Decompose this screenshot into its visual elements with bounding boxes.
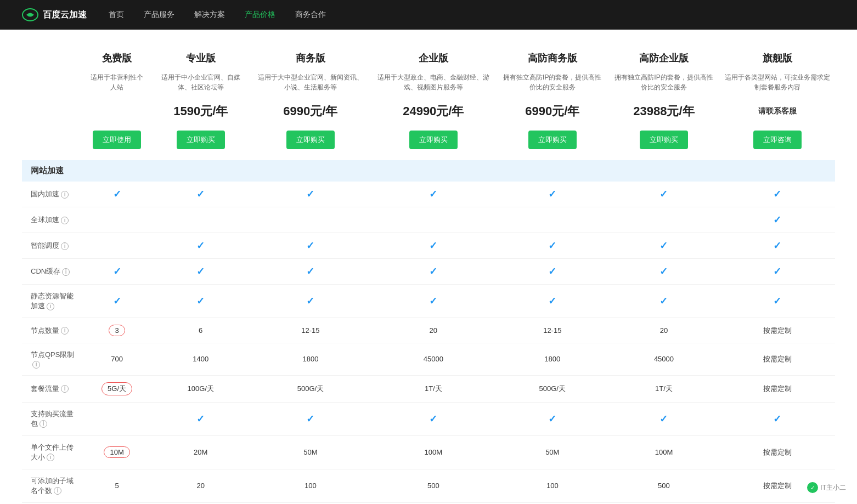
feature-value [251,207,370,233]
nav-links: 首页产品服务解决方案产品价格商务合作 [109,10,326,20]
check-mark: ✓ [659,414,668,424]
feature-value: 20M [150,435,251,469]
check-mark: ✓ [196,240,205,251]
feature-value: ✓ [720,233,835,259]
plan-cta-button[interactable]: 立即咨询 [753,131,802,149]
info-icon[interactable]: i [40,420,47,428]
plan-cta-button[interactable]: 立即购买 [177,131,225,149]
feature-value: ✓ [497,259,608,285]
feature-label-spacer [22,46,83,70]
feature-value: ✓ [251,233,370,259]
plan-desc: 拥有独立高防IP的套餐，提供高性价比的安全服务 [608,70,719,98]
feature-value: 100M [370,435,497,469]
feature-value: 100G/天 [150,375,251,402]
plan-price: 23988元/年 [608,98,719,125]
feature-row: 全球加速i✓ [22,207,835,233]
nav-link[interactable]: 首页 [109,10,124,19]
info-icon[interactable]: i [62,268,70,276]
info-icon[interactable]: i [54,487,61,495]
info-icon[interactable]: i [61,385,69,393]
plan-name: 企业版 [370,46,497,70]
plan-cta-button[interactable]: 立即购买 [640,131,688,149]
feature-value: 按需定制 [720,343,835,376]
check-mark: ✓ [306,266,314,277]
feature-row: 节点数量i3612-152012-1520按需定制 [22,318,835,343]
navbar: 百度云加速 首页产品服务解决方案产品价格商务合作 [0,0,857,30]
check-mark: ✓ [548,266,556,277]
feature-value: ✓ [83,259,150,285]
plan-name: 专业版 [150,46,251,70]
nav-item[interactable]: 产品服务 [144,10,174,20]
nav-link[interactable]: 解决方案 [194,10,225,19]
info-icon[interactable]: i [47,303,54,310]
feature-value: 3 [83,318,150,343]
feature-value: ✓ [497,285,608,318]
feature-value: 500 [608,469,719,502]
circled-value: 3 [109,325,125,336]
nav-item[interactable]: 首页 [109,10,124,20]
feature-value: ✓ [83,285,150,318]
feature-value: ✓ [150,182,251,207]
feature-value: ✓ [497,233,608,259]
feature-value: 按需定制 [720,435,835,469]
check-mark: ✓ [113,296,121,307]
info-icon[interactable]: i [61,191,69,199]
plan-cta-button[interactable]: 立即购买 [409,131,458,149]
plan-cta-button[interactable]: 立即购买 [528,131,577,149]
info-icon[interactable]: i [61,217,69,224]
feature-row: 静态资源智能加速i✓✓✓✓✓✓✓ [22,285,835,318]
feature-value: ✓ [720,285,835,318]
nav-item[interactable]: 产品价格 [245,10,275,20]
plan-price [83,98,150,125]
plan-name: 免费版 [83,46,150,70]
feature-value: ✓ [720,182,835,207]
feature-value: ✓ [370,259,497,285]
plan-name: 商务版 [251,46,370,70]
plan-desc: 适用于中小企业官网、自媒体、社区论坛等 [150,70,251,98]
feature-name: 支持购买流量包i [22,402,83,435]
plan-cta-button[interactable]: 立即使用 [93,131,141,149]
nav-item[interactable]: 解决方案 [194,10,225,20]
nav-link[interactable]: 产品价格 [245,10,275,19]
plan-cta-button[interactable]: 立即购买 [286,131,335,149]
plan-btn-cell: 立即购买 [150,125,251,160]
check-mark: ✓ [196,189,205,200]
nav-link[interactable]: 商务合作 [295,10,326,19]
feature-row: 可添加的子域名个数i520100500100500按需定制 [22,469,835,502]
feature-row: 单个文件上传大小i10M20M50M100M50M100M按需定制 [22,435,835,469]
check-mark: ✓ [659,240,668,251]
check-mark: ✓ [773,266,781,277]
feature-value: ✓ [608,402,719,435]
plan-name: 高防商务版 [497,46,608,70]
feature-name: CDN缓存i [22,259,83,285]
feature-name: 可添加的子域名个数i [22,469,83,502]
check-mark: ✓ [773,414,781,424]
feature-value: ✓ [150,402,251,435]
feature-label-spacer [22,70,83,98]
check-mark: ✓ [773,240,781,251]
feature-value [608,207,719,233]
feature-row: 国内加速i✓✓✓✓✓✓✓ [22,182,835,207]
info-icon[interactable]: i [32,361,40,369]
nav-item[interactable]: 商务合作 [295,10,326,20]
plan-name: 高防企业版 [608,46,719,70]
watermark-text: IT主小二 [820,483,846,492]
nav-link[interactable]: 产品服务 [144,10,174,19]
check-mark: ✓ [196,296,205,307]
section-title: 网站加速 [22,160,835,182]
feature-value: ✓ [150,285,251,318]
feature-value [150,207,251,233]
brand-name: 百度云加速 [43,9,87,21]
feature-value: 按需定制 [720,318,835,343]
info-icon[interactable]: i [61,327,69,335]
feature-value: ✓ [150,233,251,259]
circled-value: 5G/天 [102,382,132,395]
feature-value: 5G/天 [83,375,150,402]
info-icon[interactable]: i [61,242,69,250]
watermark: ✓ IT主小二 [807,482,846,493]
feature-name: 国内加速i [22,182,83,207]
feature-value: ✓ [370,402,497,435]
section-header-row: 网站加速 [22,160,835,182]
info-icon[interactable]: i [47,454,54,461]
check-mark: ✓ [306,296,314,307]
